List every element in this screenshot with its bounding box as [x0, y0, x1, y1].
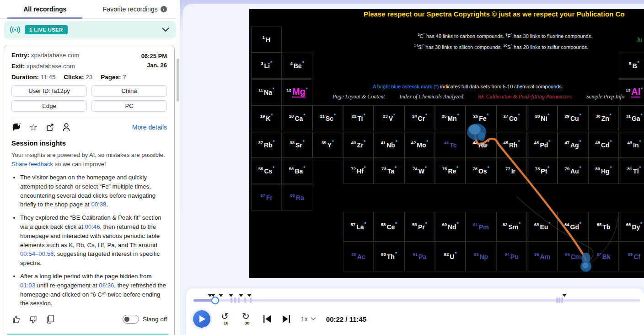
- playback-time: 00:22 / 11:45: [326, 315, 366, 323]
- timeline-track[interactable]: [193, 299, 640, 302]
- live-user-badge: 1 LIVE USER: [25, 25, 68, 34]
- chevron-down-icon[interactable]: [162, 27, 169, 32]
- info-icon[interactable]: i: [161, 6, 167, 12]
- tab-all-label: All recordings: [23, 5, 66, 13]
- chip-country: China: [91, 85, 167, 97]
- timeline-event-marker[interactable]: [219, 294, 223, 297]
- sidebar-scrollbar-track: [176, 0, 180, 335]
- pages-label: Pages:: [101, 74, 121, 81]
- cursor-trail-overlay: [249, 9, 644, 278]
- more-details-link[interactable]: More details: [132, 124, 167, 131]
- session-time: 06:25 PM: [141, 52, 167, 61]
- session-datetime: 06:25 PM Jan. 26: [141, 52, 167, 74]
- playback-bar: ↺ 10 ↻ 30 1x 00:22 / 11:45: [186, 288, 644, 335]
- favorite-star-icon[interactable]: ☆: [29, 123, 38, 132]
- timestamp-link[interactable]: 00:46: [85, 223, 100, 230]
- exit-label: Exit:: [11, 63, 25, 70]
- exit-value: xpsdatabase.com: [27, 63, 75, 70]
- sidebar-scrollbar-thumb[interactable]: [177, 59, 179, 102]
- recordings-tabs: All recordings Favorite recordings i: [0, 0, 180, 19]
- clicks-label: Clicks:: [64, 74, 84, 81]
- session-date: Jan. 26: [141, 61, 167, 70]
- pages-value: 7: [123, 74, 126, 81]
- recordings-sidebar: All recordings Favorite recordings i 1 L…: [0, 0, 180, 335]
- entry-label: Entry:: [11, 52, 29, 59]
- entry-value: xpsdatabase.com: [31, 52, 80, 59]
- text-segment: until re-engagement at: [35, 282, 99, 289]
- thumbs-up-icon[interactable]: [11, 315, 21, 324]
- replay-viewport: Please respect our Spectra Copyrights © …: [249, 9, 644, 278]
- timestamp-link[interactable]: 01:03: [20, 282, 35, 289]
- clicks-value: 23: [86, 74, 92, 81]
- card-divider: [11, 118, 167, 118]
- chip-user-id: User ID: Ia12py: [11, 85, 87, 97]
- duration-label: Duration:: [11, 74, 39, 81]
- exit-row: Exit: xpsdatabase.com: [11, 63, 141, 70]
- playback-speed-dropdown[interactable]: 1x: [301, 315, 316, 323]
- skip-back-label: 10: [220, 320, 231, 325]
- timeline-event-marker[interactable]: [229, 294, 233, 297]
- thumbs-down-icon[interactable]: [29, 315, 38, 324]
- session-insights-title: Session insights: [11, 139, 167, 147]
- insight-bullet: After a long idle period with the page h…: [20, 272, 167, 308]
- chip-browser: Edge: [11, 100, 87, 112]
- timeline-page-tick: [250, 297, 252, 303]
- duration-value: 11:45: [41, 74, 56, 81]
- share-icon[interactable]: [45, 123, 54, 132]
- tab-all-recordings[interactable]: All recordings: [0, 0, 90, 18]
- insight-bullet: They explored the “BE Calibration & Peak…: [20, 213, 167, 268]
- broadcast-icon: [10, 26, 20, 34]
- ai-chat-icon[interactable]: [11, 123, 21, 132]
- timestamp-link[interactable]: 00:38: [91, 201, 106, 208]
- live-users-banner[interactable]: 1 LIVE USER: [4, 21, 176, 38]
- timeline-page-tick: [234, 297, 236, 303]
- speed-value: 1x: [301, 315, 308, 323]
- chevron-down-icon: [311, 317, 316, 321]
- timeline-handle[interactable]: [211, 297, 219, 304]
- timestamp-link[interactable]: 00:54–00:56: [20, 250, 54, 257]
- tab-favorite-label: Favorite recordings: [103, 5, 158, 13]
- session-attribute-chips: User ID: Ia12py China Edge PC: [11, 85, 167, 112]
- active-tab-underline: [7, 17, 82, 19]
- timeline-page-tick: [238, 297, 240, 303]
- timeline-page-tick: [558, 297, 560, 303]
- insights-disclaimer: Your insights are powered by AI, so mist…: [11, 151, 167, 168]
- click-blob-bk-inner: [583, 263, 589, 269]
- timeline-event-marker[interactable]: [562, 294, 567, 297]
- slang-toggle[interactable]: [123, 315, 139, 324]
- disclaimer-text-2: so we can improve!: [53, 161, 106, 168]
- insights-footer: Slang off: [11, 314, 167, 324]
- next-session-button[interactable]: [282, 315, 291, 323]
- session-card: Entry: xpsdatabase.com Exit: xpsdatabase…: [4, 45, 175, 335]
- session-metrics: Duration: 11:45 Clicks: 23 Pages: 7: [11, 74, 167, 81]
- copy-icon[interactable]: [46, 314, 55, 324]
- timeline-event-marker[interactable]: [247, 294, 252, 297]
- insight-bullet: The visitor began on the homepage and qu…: [20, 173, 167, 209]
- timeline-page-tick: [231, 297, 232, 303]
- skip-back-button[interactable]: ↺ 10: [220, 313, 231, 325]
- insights-bullet-list: The visitor began on the homepage and qu…: [20, 173, 167, 308]
- previous-session-button[interactable]: [263, 315, 272, 323]
- chip-device: PC: [91, 100, 167, 112]
- text-segment: After a long idle period with the page h…: [20, 273, 151, 280]
- timestamp-link[interactable]: 06:36: [99, 282, 114, 289]
- tab-favorite-recordings[interactable]: Favorite recordings i: [90, 0, 180, 18]
- timeline-page-tick: [561, 297, 563, 303]
- timeline-page-tick: [244, 297, 246, 303]
- text-segment: The visitor began on the homepage and qu…: [20, 174, 156, 208]
- timeline-event-marker[interactable]: [211, 294, 215, 297]
- cursor-trail-faint-2: [590, 217, 618, 264]
- share-feedback-link[interactable]: Share feedback: [11, 161, 53, 168]
- play-icon: [199, 315, 205, 323]
- click-blob-fe-2: [478, 132, 485, 141]
- timeline-event-marker[interactable]: [239, 294, 243, 297]
- play-button[interactable]: [193, 310, 210, 328]
- click-blob-fe-inner: [469, 124, 481, 135]
- slang-toggle-label: Slang off: [143, 316, 167, 323]
- skip-forward-label: 30: [242, 320, 252, 325]
- skip-forward-button[interactable]: ↻ 30: [242, 313, 252, 325]
- cursor-trail-main: [475, 130, 587, 264]
- next-icon: [282, 315, 291, 323]
- toggle-knob: [124, 317, 129, 322]
- user-icon[interactable]: [62, 123, 70, 132]
